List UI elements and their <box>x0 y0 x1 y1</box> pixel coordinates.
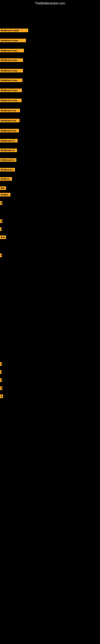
site-title: TheBottlenecker.com <box>0 0 100 6</box>
bar-item-13: Bottleneck re <box>0 148 17 152</box>
bar-item-11: Bottleneck res <box>0 129 19 132</box>
bar-item-14: Bottleneck re <box>0 158 16 162</box>
bar-label-19: B <box>0 201 2 205</box>
bar-label-12: Bottleneck re <box>0 139 18 142</box>
bar-item-2: Bottleneck resul <box>0 39 26 42</box>
bar-item-6: Bottleneck resu <box>0 78 22 82</box>
bar-label-10: Bottleneck res <box>0 119 20 122</box>
bar-item-17: Bot <box>0 186 6 190</box>
bar-label-11: Bottleneck res <box>0 129 19 132</box>
bar-label-28: Bo <box>0 394 3 398</box>
bar-label-15: Bottleneck r <box>0 168 15 172</box>
bar-label-17: Bot <box>0 186 6 190</box>
bar-item-15: Bottleneck r <box>0 168 15 172</box>
bar-label-7: Bottleneck resu <box>0 88 22 92</box>
bar-item-16: Bottlene <box>0 177 12 181</box>
bar-label-3: Bottleneck resu <box>0 49 24 52</box>
bar-item-20: B <box>0 219 2 223</box>
bar-item-25: | <box>0 370 1 374</box>
bar-label-25: | <box>0 370 1 374</box>
bar-item-28: Bo <box>0 394 3 398</box>
bar-label-1: Bottleneck result <box>0 28 28 32</box>
bar-item-27: B <box>0 386 2 390</box>
bar-label-23: E <box>0 254 2 257</box>
bar-label-9: Bottleneck res <box>0 109 20 112</box>
bar-item-22: Bott <box>0 236 6 239</box>
bar-item-3: Bottleneck resu <box>0 49 24 52</box>
bar-item-9: Bottleneck res <box>0 109 20 112</box>
bar-label-21: | <box>0 228 1 231</box>
bar-item-7: Bottleneck resu <box>0 88 22 92</box>
bar-item-19: B <box>0 201 2 205</box>
bar-label-20: B <box>0 219 2 223</box>
bar-item-26: E <box>0 378 2 382</box>
bar-label-16: Bottlene <box>0 177 12 181</box>
bar-label-26: E <box>0 378 2 382</box>
bar-label-24: E <box>0 362 2 366</box>
bar-item-18: Bottlen <box>0 193 10 196</box>
bar-label-18: Bottlen <box>0 193 10 196</box>
bar-label-8: Bottleneck resu <box>0 98 22 102</box>
bar-item-12: Bottleneck re <box>0 139 18 142</box>
bar-item-21: | <box>0 228 1 231</box>
bar-label-5: Bottleneck resu <box>0 69 23 72</box>
bar-item-23: E <box>0 254 2 257</box>
bar-label-13: Bottleneck re <box>0 148 17 152</box>
bar-item-10: Bottleneck res <box>0 119 20 122</box>
bar-item-24: E <box>0 362 2 366</box>
bar-label-4: Bottleneck resu <box>0 58 23 62</box>
bar-item-5: Bottleneck resu <box>0 69 23 72</box>
bar-label-27: B <box>0 386 2 390</box>
bar-label-22: Bott <box>0 236 6 239</box>
bar-item-8: Bottleneck resu <box>0 98 22 102</box>
bar-label-6: Bottleneck resu <box>0 78 22 82</box>
bar-label-14: Bottleneck re <box>0 158 16 162</box>
bar-item-4: Bottleneck resu <box>0 58 23 62</box>
bar-label-2: Bottleneck resul <box>0 39 26 42</box>
bar-item-1: Bottleneck result <box>0 28 28 32</box>
